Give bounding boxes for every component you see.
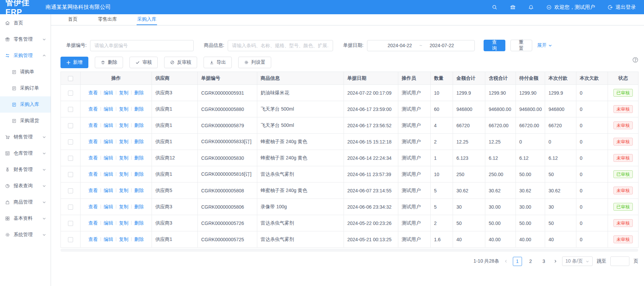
page-size-select[interactable]: 10 条/页 — [562, 256, 593, 266]
page-2[interactable]: 2 — [526, 257, 535, 266]
row-action-delete[interactable]: 删除 — [134, 106, 144, 112]
row-action-view[interactable]: 查看 — [88, 155, 98, 160]
delete-button[interactable]: 删除 — [95, 57, 123, 68]
row-action-delete[interactable]: 删除 — [134, 122, 144, 128]
row-action-edit[interactable]: 编辑 — [104, 171, 113, 177]
help-icon[interactable] — [632, 57, 639, 63]
sidebar-item-purchase-return[interactable]: 采购退货 — [0, 113, 51, 129]
sidebar-item-sales-mgmt[interactable]: 销售管理 — [0, 129, 51, 145]
row-action-view[interactable]: 查看 — [88, 220, 98, 226]
row-action-edit[interactable]: 编辑 — [104, 236, 113, 242]
reset-button[interactable]: 重 置 — [510, 40, 532, 51]
status-badge: 已审核 — [613, 203, 633, 211]
row-action-edit[interactable]: 编辑 — [104, 106, 113, 112]
logout-button[interactable]: 退出登录 — [607, 4, 636, 11]
next-page-icon[interactable] — [553, 259, 558, 263]
page-3[interactable]: 3 — [539, 257, 549, 266]
row-checkbox[interactable] — [68, 156, 73, 161]
row-action-delete[interactable]: 删除 — [134, 236, 144, 242]
row-checkbox[interactable] — [68, 188, 73, 193]
sidebar-item-purchase-inbound[interactable]: 采购入库 — [0, 96, 51, 113]
sidebar-item-purchase-mgmt[interactable]: 采购管理 — [0, 47, 51, 64]
jump-page-input[interactable] — [610, 256, 629, 266]
row-checkbox[interactable] — [68, 107, 73, 112]
sidebar-item-purchase-order[interactable]: 采购订单 — [0, 80, 51, 96]
chevron-down-icon — [42, 151, 46, 155]
add-button[interactable]: 新增 — [60, 57, 88, 68]
export-button[interactable]: 导出 — [204, 57, 232, 68]
column-settings-button[interactable]: 列设置 — [238, 57, 271, 68]
row-action-copy[interactable]: 复制 — [119, 155, 128, 160]
query-button[interactable]: 查 询 — [484, 40, 505, 51]
row-action-copy[interactable]: 复制 — [119, 220, 128, 226]
sidebar-item-system-mgmt[interactable]: 系统管理 — [0, 227, 51, 243]
sidebar-item-report-query[interactable]: 报表查询 — [0, 178, 51, 194]
ban-icon — [170, 60, 175, 65]
row-action-delete[interactable]: 删除 — [134, 90, 144, 95]
row-checkbox[interactable] — [68, 172, 73, 177]
row-action-copy[interactable]: 复制 — [119, 171, 128, 177]
row-checkbox[interactable] — [68, 221, 73, 226]
row-checkbox[interactable] — [68, 139, 73, 145]
row-checkbox[interactable] — [68, 237, 73, 242]
sidebar-item-warehouse-mgmt[interactable]: 仓库管理 — [0, 145, 51, 161]
row-checkbox[interactable] — [68, 205, 73, 210]
unaudit-button[interactable]: 反审核 — [164, 57, 197, 68]
horizontal-scrollbar[interactable] — [60, 249, 638, 252]
row-action-view[interactable]: 查看 — [88, 171, 98, 177]
row-action-edit[interactable]: 编辑 — [104, 204, 113, 209]
row-action-delete[interactable]: 删除 — [134, 204, 144, 209]
sidebar-item-home[interactable]: 首页 — [0, 15, 51, 31]
row-action-edit[interactable]: 编辑 — [104, 139, 113, 144]
tab-home[interactable]: 首页 — [67, 14, 78, 25]
row-action-edit[interactable]: 编辑 — [104, 220, 113, 226]
row-action-copy[interactable]: 复制 — [119, 236, 128, 242]
expand-link[interactable]: 展开 — [537, 42, 552, 49]
row-action-delete[interactable]: 删除 — [134, 188, 144, 193]
row-action-view[interactable]: 查看 — [88, 139, 98, 144]
status-badge: 未审核 — [613, 154, 633, 162]
tab-retail-outbound[interactable]: 零售出库 — [97, 14, 118, 25]
date-range-input[interactable]: 2024-04-22 ~ 2024-07-22 — [367, 40, 475, 51]
row-action-delete[interactable]: 删除 — [134, 171, 144, 177]
row-action-copy[interactable]: 复制 — [119, 188, 128, 193]
sidebar-item-retail-mgmt[interactable]: 零售管理 — [0, 31, 51, 47]
audit-button[interactable]: 审核 — [129, 57, 158, 68]
page-1[interactable]: 1 — [513, 257, 522, 266]
bell-icon[interactable] — [528, 4, 534, 10]
user-menu[interactable]: 欢迎您，测试用户 — [546, 4, 595, 11]
chevron-down-icon — [42, 135, 46, 139]
row-action-edit[interactable]: 编辑 — [104, 122, 113, 128]
sidebar-item-basic-data[interactable]: 基本资料 — [0, 210, 51, 227]
search-icon[interactable] — [492, 4, 498, 10]
select-all-checkbox[interactable] — [68, 76, 73, 81]
bank-icon[interactable] — [510, 4, 516, 10]
row-action-edit[interactable]: 编辑 — [104, 188, 113, 193]
tab-purchase-inbound[interactable]: 采购入库 — [137, 14, 157, 25]
sidebar-item-finance-mgmt[interactable]: 财务管理 — [0, 161, 51, 178]
order-no-input[interactable] — [90, 40, 194, 51]
row-action-copy[interactable]: 复制 — [119, 139, 128, 144]
row-action-view[interactable]: 查看 — [88, 90, 98, 95]
sidebar-item-purchase-request[interactable]: 请购单 — [0, 64, 51, 80]
row-action-view[interactable]: 查看 — [88, 122, 98, 128]
product-info-input[interactable] — [228, 40, 333, 51]
row-action-view[interactable]: 查看 — [88, 204, 98, 209]
row-action-view[interactable]: 查看 — [88, 106, 98, 112]
row-action-delete[interactable]: 删除 — [134, 155, 144, 160]
row-action-edit[interactable]: 编辑 — [104, 90, 113, 95]
row-action-delete[interactable]: 删除 — [134, 220, 144, 226]
cell-amount: 250 — [453, 166, 485, 183]
row-action-copy[interactable]: 复制 — [119, 122, 128, 128]
sidebar-item-goods-mgmt[interactable]: 商品管理 — [0, 194, 51, 210]
row-action-view[interactable]: 查看 — [88, 188, 98, 193]
row-action-copy[interactable]: 复制 — [119, 204, 128, 209]
prev-page-icon[interactable] — [503, 259, 509, 263]
row-action-delete[interactable]: 删除 — [134, 139, 144, 144]
row-checkbox[interactable] — [68, 91, 73, 96]
row-action-view[interactable]: 查看 — [88, 236, 98, 242]
row-action-copy[interactable]: 复制 — [119, 90, 128, 95]
row-action-edit[interactable]: 编辑 — [104, 155, 113, 160]
row-checkbox[interactable] — [68, 123, 73, 128]
row-action-copy[interactable]: 复制 — [119, 106, 128, 112]
